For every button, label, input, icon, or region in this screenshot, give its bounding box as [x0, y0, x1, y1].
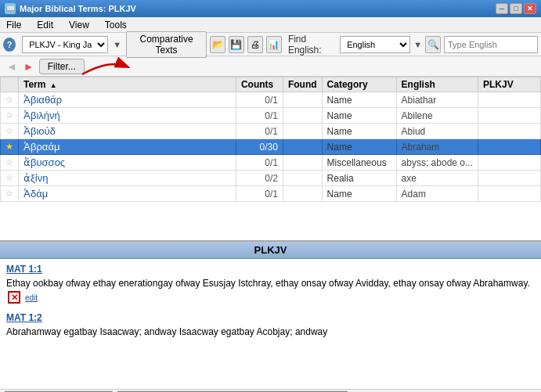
term-cell: Ἀβιούδ [19, 124, 236, 139]
table-row[interactable]: ☆ Ἀβιλήνή 0/1 Name Abilene [1, 108, 541, 124]
category-cell: Realia [322, 171, 396, 186]
bottom-section: PLKJV MAT 1:1Ethay ookbay ofway ethay en… [0, 240, 541, 389]
english-cell: abyss; abode o... [396, 155, 478, 171]
plkjv-cell [478, 124, 541, 139]
found-cell [283, 108, 322, 124]
menu-file[interactable]: File [3, 18, 24, 32]
find-language-select[interactable]: English [340, 36, 410, 53]
arrow-annotation [78, 56, 133, 77]
nav-row: ◄ ► Filter... [0, 56, 541, 77]
toolbar: ? PLKJV - King Ja... ▼ Comparative Texts… [0, 33, 541, 56]
count-cell: 0/1 [236, 108, 283, 124]
star-cell[interactable]: ★ [1, 139, 19, 155]
star-cell[interactable]: ☆ [1, 108, 19, 124]
col-header-star [1, 77, 19, 92]
bottom-section-header: PLKJV [0, 242, 541, 259]
comparative-texts-button[interactable]: Comparative Texts [126, 31, 207, 58]
english-cell: Abilene [396, 108, 478, 124]
plkjv-cell [478, 155, 541, 171]
table-row[interactable]: ★ Ἀβραάμ 0/30 Name Abraham [1, 139, 541, 155]
app-icon: 📖 [5, 3, 16, 14]
found-cell [283, 186, 322, 202]
search-button[interactable]: 🔍 [425, 36, 441, 53]
filter-button[interactable]: Filter... [39, 59, 85, 74]
count-cell: 0/1 [236, 155, 283, 171]
table-row[interactable]: ☆ ἄβυσσος 0/1 Miscellaneous abyss; abode… [1, 155, 541, 171]
menu-bar: File Edit View Tools [0, 17, 541, 33]
sort-arrow: ▲ [50, 81, 57, 89]
star-cell[interactable]: ☆ [1, 171, 19, 186]
open-folder-button[interactable]: 📂 [210, 36, 225, 53]
count-cell: 0/1 [236, 92, 283, 108]
plkjv-cell [478, 186, 541, 202]
status-bar: 950 of 8274 terms shown 30 occurrences: … [0, 389, 541, 392]
maximize-button[interactable]: □ [510, 3, 522, 14]
term-cell: Ἀβιαθάρ [19, 92, 236, 108]
menu-tools[interactable]: Tools [102, 18, 130, 32]
english-cell: axe [396, 171, 478, 186]
term-cell: Ἀδάμ [19, 186, 236, 202]
menu-view[interactable]: View [66, 18, 92, 32]
plkjv-cell [478, 171, 541, 186]
term-cell: ἄβυσσος [19, 155, 236, 171]
count-cell: 0/1 [236, 186, 283, 202]
find-label: Find English: [288, 34, 337, 56]
verse-reference[interactable]: MAT 1:2 [6, 312, 42, 323]
star-cell[interactable]: ☆ [1, 155, 19, 171]
col-header-found[interactable]: Found [283, 77, 322, 92]
english-cell: Adam [396, 186, 478, 202]
x-button[interactable]: ✕ [8, 291, 20, 304]
category-cell: Name [322, 108, 396, 124]
bottom-content[interactable]: MAT 1:1Ethay ookbay ofway ethay eneratio… [0, 259, 541, 389]
plkjv-cell [478, 92, 541, 108]
found-cell [283, 92, 322, 108]
minimize-button[interactable]: ─ [496, 3, 508, 14]
col-header-plkjv[interactable]: PLKJV [478, 77, 541, 92]
plkjv-cell [478, 108, 541, 124]
table-row[interactable]: ☆ Ἀδάμ 0/1 Name Adam [1, 186, 541, 202]
star-cell[interactable]: ☆ [1, 92, 19, 108]
english-cell: Abiathar [396, 92, 478, 108]
count-cell: 0/1 [236, 124, 283, 139]
found-cell [283, 124, 322, 139]
col-header-counts[interactable]: Counts [236, 77, 283, 92]
terms-table: Term ▲ Counts Found Category English PLK… [0, 77, 541, 202]
window-title: Major Biblical Terms: PLKJV [20, 4, 136, 13]
star-cell[interactable]: ☆ [1, 186, 19, 202]
plkjv-cell [478, 139, 541, 155]
col-header-term[interactable]: Term ▲ [19, 77, 236, 92]
verse-block: MAT 1:1Ethay ookbay ofway ethay eneratio… [6, 262, 535, 304]
table-row[interactable]: ☆ Ἀβιούδ 0/1 Name Abiud [1, 124, 541, 139]
close-button[interactable]: ✕ [524, 3, 536, 14]
term-cell: Ἀβιλήνή [19, 108, 236, 124]
print-button[interactable]: 🖨 [247, 36, 263, 53]
help-button[interactable]: ? [3, 38, 16, 52]
category-cell: Miscellaneous [322, 155, 396, 171]
term-cell: Ἀβραάμ [19, 139, 236, 155]
verse-reference[interactable]: MAT 1:1 [6, 264, 42, 275]
category-cell: Name [322, 186, 396, 202]
bible-version-select[interactable]: PLKJV - King Ja... [22, 36, 108, 53]
chart-button[interactable]: 📊 [266, 36, 282, 53]
table-row[interactable]: ☆ Ἀβιαθάρ 0/1 Name Abiathar [1, 92, 541, 108]
back-arrow[interactable]: ◄ [5, 60, 19, 73]
menu-edit[interactable]: Edit [34, 18, 56, 32]
english-cell: Abiud [396, 124, 478, 139]
category-cell: Name [322, 92, 396, 108]
count-cell: 0/2 [236, 171, 283, 186]
save-button[interactable]: 💾 [229, 36, 244, 53]
col-header-category[interactable]: Category [322, 77, 396, 92]
col-header-english[interactable]: English [396, 77, 478, 92]
window-controls: ─ □ ✕ [496, 3, 536, 14]
edit-link[interactable]: edit [25, 293, 38, 302]
found-cell [283, 171, 322, 186]
english-cell: Abraham [396, 139, 478, 155]
star-cell[interactable]: ☆ [1, 124, 19, 139]
term-cell: ἀξίνη [19, 171, 236, 186]
found-cell [283, 139, 322, 155]
search-input[interactable] [444, 36, 538, 53]
forward-arrow[interactable]: ► [22, 60, 36, 73]
table-container[interactable]: Term ▲ Counts Found Category English PLK… [0, 77, 541, 240]
found-cell [283, 155, 322, 171]
table-row[interactable]: ☆ ἀξίνη 0/2 Realia axe [1, 171, 541, 186]
